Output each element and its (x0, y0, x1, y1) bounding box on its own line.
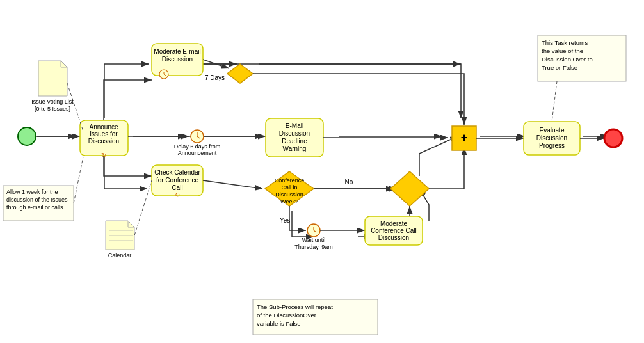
svg-text:Delay 6 days from: Delay 6 days from (174, 143, 221, 150)
svg-text:Conference: Conference (275, 177, 305, 184)
svg-text:Evaluate: Evaluate (540, 127, 565, 134)
svg-text:+: + (461, 131, 468, 144)
svg-text:variable is False: variable is False (257, 320, 301, 327)
svg-line-29 (203, 180, 262, 189)
svg-text:the value of the: the value of the (542, 47, 583, 54)
seven-days-label: 7 Days (205, 74, 225, 81)
svg-text:↻: ↻ (175, 191, 180, 198)
svg-text:Discussion: Discussion (162, 56, 193, 63)
svg-text:This Task returns: This Task returns (542, 39, 588, 46)
start-event (18, 127, 36, 145)
svg-text:Discussion Over to: Discussion Over to (542, 56, 593, 63)
end-event (604, 129, 622, 147)
svg-text:of the DiscussionOver: of the DiscussionOver (257, 312, 316, 319)
svg-text:[0 to 5 Issues]: [0 to 5 Issues] (35, 106, 70, 112)
svg-text:Issues for: Issues for (90, 131, 118, 138)
svg-text:Warning: Warning (283, 145, 307, 152)
seven-days-diamond (227, 64, 253, 83)
svg-text:Allow 1 week for the: Allow 1 week for the (6, 189, 58, 195)
svg-text:through e-mail or calls: through e-mail or calls (6, 204, 63, 211)
svg-text:Call in: Call in (281, 184, 297, 191)
svg-text:Deadline: Deadline (282, 138, 307, 145)
svg-text:for Conference: for Conference (156, 177, 199, 184)
svg-text:Conference Call: Conference Call (371, 227, 417, 234)
svg-line-65 (552, 81, 557, 122)
svg-text:True or False: True or False (542, 64, 577, 71)
svg-line-55 (74, 157, 83, 203)
svg-text:Progress: Progress (539, 142, 565, 149)
svg-text:Thursday, 9am: Thursday, 9am (294, 244, 332, 250)
yes-label: Yes (280, 217, 290, 224)
svg-text:Discussion: Discussion (88, 138, 119, 145)
svg-text:Moderate E-mail: Moderate E-mail (154, 48, 200, 55)
svg-text:Calendar: Calendar (108, 252, 132, 259)
svg-text:Issue Voting List: Issue Voting List (31, 99, 74, 105)
diagram-container: ↻ Announce Issues for Discussion Moderat… (0, 0, 644, 343)
svg-text:E-Mail: E-Mail (286, 122, 303, 129)
no-label: No (345, 179, 353, 186)
svg-text:Announcement: Announcement (178, 150, 217, 156)
svg-text:Discussion: Discussion (275, 191, 303, 198)
svg-text:Discussion: Discussion (279, 130, 310, 137)
svg-text:Check Calendar: Check Calendar (154, 169, 200, 176)
svg-text:Moderate: Moderate (380, 220, 408, 227)
svg-text:Week?: Week? (280, 198, 298, 205)
issue-list-doc (38, 61, 67, 96)
announce-label: Announce (89, 124, 118, 131)
svg-text:The Sub-Process will repeat: The Sub-Process will repeat (257, 303, 333, 310)
svg-text:Discussion: Discussion (378, 234, 409, 241)
svg-text:Discussion: Discussion (536, 134, 567, 141)
right-exclusive-diamond (390, 172, 429, 206)
svg-text:Call: Call (172, 184, 182, 191)
calendar-doc (106, 221, 134, 250)
svg-text:discussion of the Issues -: discussion of the Issues - (6, 196, 71, 203)
svg-text:Wait until: Wait until (302, 237, 326, 243)
